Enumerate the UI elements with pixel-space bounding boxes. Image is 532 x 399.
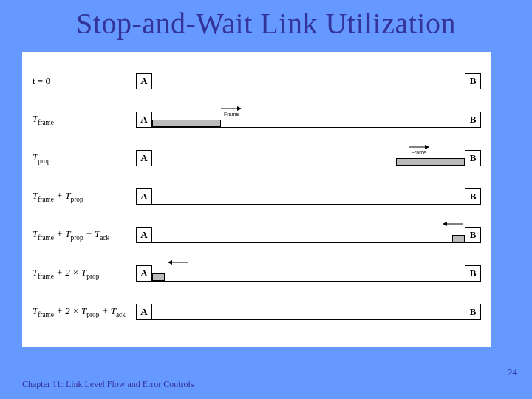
time-label: Tframe + Tprop + Tack (33, 228, 136, 242)
link-line (152, 188, 465, 205)
svg-marker-7 (168, 260, 172, 265)
arrow-left-icon (168, 259, 188, 265)
timeline-row: Tframe + 2 × Tprop + TackAB (33, 293, 481, 331)
node-b-box: B (465, 73, 481, 89)
node-a-box: A (136, 265, 152, 282)
node-b-box: B (465, 188, 481, 205)
arrow-left-icon (443, 221, 463, 227)
timeline-row: Tframe + 2 × TpropAB (33, 254, 481, 293)
link-line (152, 227, 465, 243)
footer-chapter: Chapter 11: Link Level Flow and Error Co… (22, 379, 194, 390)
svg-marker-5 (443, 222, 447, 226)
node-a-box: A (136, 112, 152, 128)
arrow-right-icon: Frame (221, 106, 242, 117)
time-label: Tframe + 2 × Tprop (33, 267, 136, 280)
timeline-row: t = 0AB (33, 62, 481, 100)
svg-marker-3 (425, 145, 429, 149)
svg-marker-1 (237, 106, 242, 111)
frame-block (152, 273, 165, 281)
node-a-box: A (136, 304, 152, 320)
time-label: t = 0 (33, 75, 136, 87)
node-b-box: B (465, 112, 481, 128)
node-a-box: A (136, 188, 152, 205)
page-number: 24 (508, 366, 517, 378)
node-b-box: B (465, 227, 481, 243)
frame-block (152, 120, 221, 127)
link-line: Frame (152, 150, 465, 166)
time-label: Tframe (33, 113, 136, 126)
link-line (152, 304, 465, 320)
link-line (152, 265, 465, 282)
node-b-box: B (465, 265, 481, 282)
node-b-box: B (465, 150, 481, 166)
diagram-panel: t = 0ABTframeAFrameBTpropAFrameBTframe +… (22, 52, 491, 347)
time-label: Tframe + 2 × Tprop + Tack (33, 305, 136, 318)
time-label: Tprop (33, 151, 136, 165)
time-label: Tframe + Tprop (33, 190, 136, 203)
link-line: Frame (152, 112, 465, 128)
timeline-row: TframeAFrameB (33, 100, 481, 139)
timeline-row: Tframe + TpropAB (33, 177, 481, 216)
node-a-box: A (136, 150, 152, 166)
timeline-row: TpropAFrameB (33, 139, 481, 177)
frame-block (452, 235, 465, 242)
node-b-box: B (465, 304, 481, 320)
node-a-box: A (136, 73, 152, 89)
node-a-box: A (136, 227, 152, 243)
timeline-row: Tframe + Tprop + TackAB (33, 216, 481, 254)
slide-title: Stop-and-Wait Link Utilization (0, 0, 532, 44)
link-line (152, 73, 465, 89)
arrow-right-icon: Frame (409, 144, 429, 155)
frame-block (396, 158, 465, 166)
